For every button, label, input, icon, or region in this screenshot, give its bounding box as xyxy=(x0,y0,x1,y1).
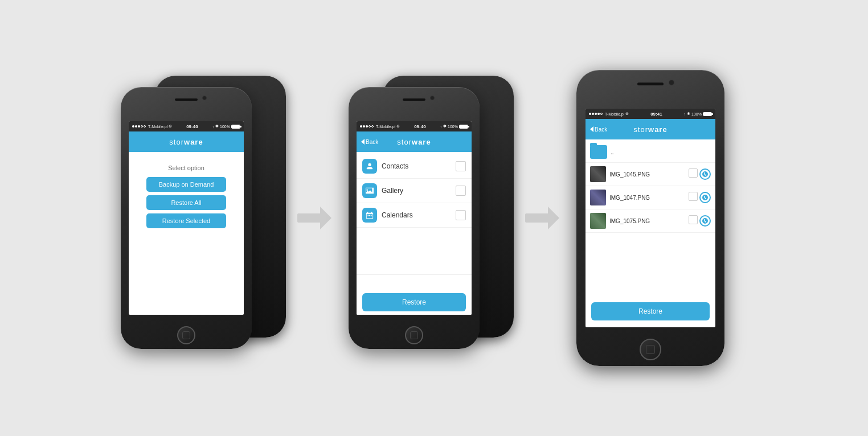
phone-shell-2: T-Mobile.pl ⊛ 09:40 ↑ ✱ 100% xyxy=(349,87,480,349)
time-label-3: 09:41 xyxy=(650,112,662,117)
restore-svg-1047 xyxy=(702,194,709,201)
arrow-icon-1: ↑ xyxy=(212,125,215,129)
phone-group-1:  iPhoneDesigned by Apple in CaliforniaA… xyxy=(121,70,280,366)
arrow-icon-3: ↑ xyxy=(684,112,686,116)
signal-dot xyxy=(138,125,140,127)
calendars-checkbox[interactable] xyxy=(456,210,466,220)
phone-screen-2: T-Mobile.pl ⊛ 09:40 ↑ ✱ 100% xyxy=(357,121,472,315)
signal-dot xyxy=(589,113,591,115)
thumb-img-1047 xyxy=(590,190,606,205)
battery-label-2: 100% xyxy=(448,125,458,129)
signal-dot xyxy=(369,125,371,127)
restore-svg-1045 xyxy=(702,171,709,178)
category-calendars[interactable]: Calendars xyxy=(357,203,472,228)
phone-group-2:  iPhoneDesigned by Apple in CaliforniaA… xyxy=(349,70,508,366)
restore-button-2[interactable]: Restore xyxy=(362,293,466,311)
carrier-label-3: T-Mobile.pl xyxy=(605,112,624,116)
phone-screen-3: T-Mobile.pl ⊛ 09:41 ↑ ✱ 100% xyxy=(586,109,715,327)
calendars-icon xyxy=(362,208,377,223)
app-title-1: storware xyxy=(169,138,203,146)
phone-home-2[interactable] xyxy=(405,326,423,344)
back-label-3: Back xyxy=(595,126,607,133)
file-actions-1045 xyxy=(689,168,711,180)
file-thumb-1045 xyxy=(590,166,606,182)
bluetooth-icon-2: ✱ xyxy=(443,124,447,129)
file-checkbox-1045[interactable] xyxy=(689,168,698,178)
file-checkbox-1075[interactable] xyxy=(689,215,698,224)
status-left-3: T-Mobile.pl ⊛ xyxy=(589,112,629,116)
folder-name: .. xyxy=(611,149,711,155)
phone-shell-3: T-Mobile.pl ⊛ 09:41 ↑ ✱ 100% xyxy=(576,70,724,366)
arrow-shape-1 xyxy=(297,207,331,229)
restore-icon-1047[interactable] xyxy=(699,192,711,203)
restore-btn-bar-3: Restore xyxy=(586,299,715,324)
time-label-1: 09:40 xyxy=(186,124,198,129)
category-contacts[interactable]: Contacts xyxy=(357,154,472,179)
category-list: Contacts Gallery xyxy=(357,152,472,315)
gallery-icon xyxy=(362,183,377,198)
file-item-1075[interactable]: IMG_1075.PNG xyxy=(586,209,715,233)
phone-shell-1: T-Mobile.pl ⊛ 09:40 ↑ ✱ 100% xyxy=(121,87,252,349)
restore-button-3[interactable]: Restore xyxy=(591,302,710,320)
cat-left-contacts: Contacts xyxy=(362,159,408,174)
file-name-1045: IMG_1045.PNG xyxy=(609,171,685,178)
status-left-1: T-Mobile.pl ⊛ xyxy=(132,124,172,129)
main-scene:  iPhoneDesigned by Apple in CaliforniaA… xyxy=(121,70,747,366)
signal-dot xyxy=(360,125,362,127)
menu-content: Select option Backup on Demand Restore A… xyxy=(129,152,244,237)
file-thumb-1075 xyxy=(590,213,606,229)
status-left-2: T-Mobile.pl ⊛ xyxy=(360,124,400,129)
folder-icon xyxy=(590,145,607,159)
thumb-img-1075 xyxy=(590,213,606,229)
restore-selected-button[interactable]: Restore Selected xyxy=(146,213,226,228)
file-item-1045[interactable]: IMG_1045.PNG xyxy=(586,163,715,186)
gallery-label: Gallery xyxy=(382,187,403,195)
category-gallery[interactable]: Gallery xyxy=(357,179,472,203)
gallery-svg xyxy=(366,187,374,195)
file-list: .. IMG_1045.PNG xyxy=(586,139,715,324)
file-item-folder[interactable]: .. xyxy=(586,142,715,163)
phone-home-inner-3 xyxy=(646,345,655,354)
signal-dots-2 xyxy=(360,125,374,127)
signal-dots-1 xyxy=(132,125,146,127)
phone-screen-1: T-Mobile.pl ⊛ 09:40 ↑ ✱ 100% xyxy=(129,121,244,315)
wifi-icon-2: ⊛ xyxy=(396,124,400,129)
back-button-2[interactable]: Back xyxy=(361,139,378,145)
bluetooth-icon-3: ✱ xyxy=(687,112,690,116)
nav-bar-3: Back storware xyxy=(586,119,715,139)
arrow-head-2 xyxy=(548,207,559,229)
battery-3 xyxy=(703,112,712,116)
app-title-2: storware xyxy=(397,138,431,146)
restore-svg-1075 xyxy=(702,217,709,224)
status-right-3: ↑ ✱ 100% xyxy=(684,112,712,116)
status-right-1: ↑ ✱ 100% xyxy=(212,124,240,129)
signal-dot xyxy=(371,125,374,127)
file-checkbox-1047[interactable] xyxy=(689,192,698,201)
phone-camera-1 xyxy=(202,96,207,100)
restore-icon-1075[interactable] xyxy=(699,215,711,227)
battery-label-1: 100% xyxy=(220,125,230,129)
battery-label-3: 100% xyxy=(691,112,702,116)
status-right-2: ↑ ✱ 100% xyxy=(440,124,468,129)
phone-home-inner-1 xyxy=(182,331,190,339)
back-button-3[interactable]: Back xyxy=(590,126,607,133)
arrow-head-1 xyxy=(320,207,331,229)
backup-on-demand-button[interactable]: Backup on Demand xyxy=(146,177,226,192)
phone-speaker-2 xyxy=(403,98,425,101)
time-label-2: 09:40 xyxy=(414,124,425,129)
signal-dot xyxy=(135,125,137,127)
phone-home-1[interactable] xyxy=(177,326,195,344)
select-option-label: Select option xyxy=(134,164,238,171)
divider-2 xyxy=(357,274,472,275)
contacts-checkbox[interactable] xyxy=(456,161,466,171)
file-thumb-1047 xyxy=(590,190,606,205)
file-item-1047[interactable]: IMG_1047.PNG xyxy=(586,186,715,209)
wifi-icon-1: ⊛ xyxy=(169,124,172,129)
phone-home-3[interactable] xyxy=(640,339,661,360)
restore-all-button[interactable]: Restore All xyxy=(146,195,226,210)
restore-icon-1045[interactable] xyxy=(699,168,711,180)
phone-home-inner-2 xyxy=(410,331,418,339)
gallery-checkbox[interactable] xyxy=(456,186,466,196)
nav-bar-2: Back storware xyxy=(357,131,472,152)
phone-group-3: T-Mobile.pl ⊛ 09:41 ↑ ✱ 100% xyxy=(576,70,747,366)
